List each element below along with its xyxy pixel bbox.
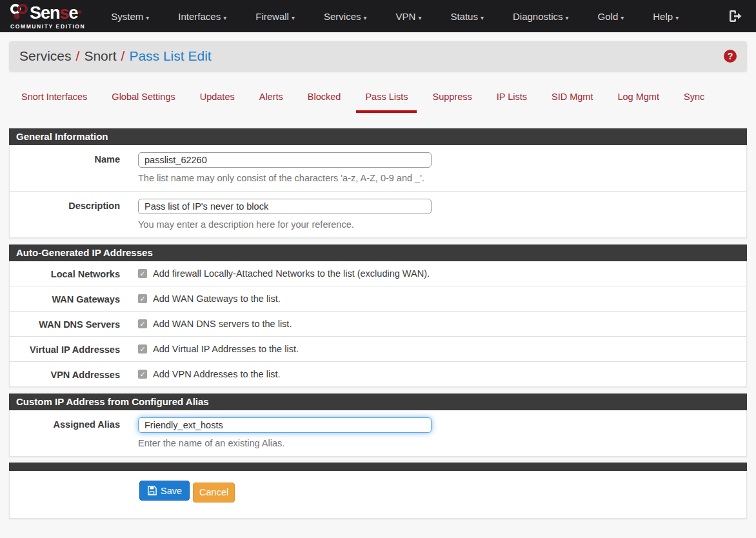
breadcrumb-separator: / bbox=[72, 48, 85, 63]
chevron-down-icon: ▾ bbox=[364, 14, 367, 21]
vpn-addresses-checkbox[interactable]: ✓ bbox=[138, 370, 147, 379]
description-label: Description bbox=[10, 192, 138, 237]
tab-ip-lists[interactable]: IP Lists bbox=[488, 85, 536, 113]
form-row-name: Name The list name may only consist of t… bbox=[10, 145, 746, 192]
name-help-text: The list name may only consist of the ch… bbox=[138, 173, 740, 183]
logout-icon[interactable] bbox=[728, 10, 742, 23]
wan-gateways-checkbox[interactable]: ✓ bbox=[138, 294, 147, 303]
chevron-down-icon: ▾ bbox=[146, 14, 149, 21]
local-networks-text: Add firewall Locally-Attached Networks t… bbox=[153, 268, 430, 279]
tab-blocked[interactable]: Blocked bbox=[299, 85, 350, 113]
form-row-virtual-ip-addresses: Virtual IP Addresses ✓ Add Virtual IP Ad… bbox=[10, 337, 746, 362]
tab-global-settings[interactable]: Global Settings bbox=[103, 85, 184, 113]
page: Sense® COMMUNITY EDITION System▾ Interfa… bbox=[0, 0, 756, 538]
nav-item-system[interactable]: System▾ bbox=[102, 1, 158, 32]
virtual-ip-addresses-label: Virtual IP Addresses bbox=[10, 337, 138, 361]
tab-sync[interactable]: Sync bbox=[675, 85, 713, 113]
assigned-alias-label: Assigned Alias bbox=[10, 410, 138, 456]
wan-gateways-label: WAN Gateways bbox=[10, 286, 138, 311]
vpn-addresses-text: Add VPN Addresses to the list. bbox=[153, 369, 280, 379]
footer-panel-heading bbox=[9, 463, 747, 471]
nav-item-diagnostics[interactable]: Diagnostics▾ bbox=[504, 1, 578, 32]
panel-custom-alias: Custom IP Address from Configured Alias … bbox=[9, 394, 747, 457]
nav-menu: System▾ Interfaces▾ Firewall▾ Services▾ … bbox=[102, 1, 728, 32]
form-actions: Save Cancel bbox=[9, 471, 747, 519]
virtual-ip-addresses-text: Add Virtual IP Addresses to the list. bbox=[153, 344, 299, 354]
assigned-alias-help-text: Enter the name of an existing Alias. bbox=[138, 438, 740, 448]
panel-title-auto-generated-ip: Auto-Generated IP Addresses bbox=[9, 244, 747, 261]
tab-sid-mgmt[interactable]: SID Mgmt bbox=[542, 85, 602, 113]
form-row-wan-dns-servers: WAN DNS Servers ✓ Add WAN DNS servers to… bbox=[10, 312, 746, 337]
cancel-button[interactable]: Cancel bbox=[193, 483, 235, 503]
chevron-down-icon: ▾ bbox=[223, 14, 226, 21]
chevron-down-icon: ▾ bbox=[566, 14, 569, 21]
top-navbar: Sense® COMMUNITY EDITION System▾ Interfa… bbox=[0, 0, 756, 32]
chevron-down-icon: ▾ bbox=[675, 14, 679, 21]
pfsense-logo[interactable]: Sense® COMMUNITY EDITION bbox=[9, 3, 85, 30]
tab-pass-lists[interactable]: Pass Lists bbox=[356, 85, 417, 113]
chevron-down-icon: ▾ bbox=[621, 14, 624, 21]
nav-item-status[interactable]: Status▾ bbox=[441, 1, 493, 32]
name-label: Name bbox=[10, 145, 138, 191]
nav-item-vpn[interactable]: VPN▾ bbox=[387, 1, 431, 32]
save-disk-icon bbox=[147, 486, 157, 495]
form-row-local-networks: Local Networks ✓ Add firewall Locally-At… bbox=[10, 261, 746, 286]
name-input[interactable] bbox=[138, 152, 432, 168]
nav-item-help[interactable]: Help▾ bbox=[644, 1, 688, 32]
panel-title-custom-alias: Custom IP Address from Configured Alias bbox=[9, 394, 747, 410]
tab-suppress[interactable]: Suppress bbox=[423, 85, 481, 113]
nav-item-gold[interactable]: Gold▾ bbox=[589, 1, 633, 32]
tab-log-mgmt[interactable]: Log Mgmt bbox=[608, 85, 668, 113]
virtual-ip-addresses-checkbox[interactable]: ✓ bbox=[138, 344, 147, 354]
brand-name: Sense® bbox=[30, 5, 81, 21]
tab-snort-interfaces[interactable]: Snort Interfaces bbox=[12, 85, 96, 113]
wan-gateways-text: Add WAN Gateways to the list. bbox=[153, 294, 281, 304]
chevron-down-icon: ▾ bbox=[292, 14, 295, 21]
nav-item-services[interactable]: Services▾ bbox=[315, 1, 376, 32]
brand-tagline: COMMUNITY EDITION bbox=[9, 23, 85, 30]
tab-bar: Snort Interfaces Global Settings Updates… bbox=[12, 85, 747, 113]
wan-dns-servers-label: WAN DNS Servers bbox=[10, 312, 138, 336]
panel-general-information: General Information Name The list name m… bbox=[9, 128, 747, 238]
form-row-vpn-addresses: VPN Addresses ✓ Add VPN Addresses to the… bbox=[10, 362, 746, 386]
form-row-description: Description You may enter a description … bbox=[10, 192, 746, 237]
wan-dns-servers-text: Add WAN DNS servers to the list. bbox=[153, 319, 292, 329]
nav-item-interfaces[interactable]: Interfaces▾ bbox=[169, 1, 235, 32]
pfsense-flower-icon bbox=[9, 3, 28, 23]
description-input[interactable] bbox=[138, 199, 432, 214]
form-row-wan-gateways: WAN Gateways ✓ Add WAN Gateways to the l… bbox=[10, 286, 746, 312]
chevron-down-icon: ▾ bbox=[418, 14, 421, 21]
breadcrumb-current-page: Pass List Edit bbox=[129, 48, 211, 63]
form-row-assigned-alias: Assigned Alias Enter the name of an exis… bbox=[10, 410, 746, 456]
tab-alerts[interactable]: Alerts bbox=[250, 85, 292, 113]
breadcrumb: Services/Snort/Pass List Edit bbox=[19, 48, 212, 64]
local-networks-checkbox[interactable]: ✓ bbox=[138, 269, 147, 278]
wan-dns-servers-checkbox[interactable]: ✓ bbox=[138, 319, 147, 328]
description-help-text: You may enter a description here for you… bbox=[138, 219, 740, 230]
local-networks-label: Local Networks bbox=[10, 261, 138, 286]
help-icon[interactable]: ? bbox=[724, 50, 737, 63]
breadcrumb-bar: Services/Snort/Pass List Edit ? bbox=[9, 41, 747, 72]
breadcrumb-snort[interactable]: Snort bbox=[84, 48, 116, 63]
vpn-addresses-label: VPN Addresses bbox=[10, 362, 138, 386]
chevron-down-icon: ▾ bbox=[481, 14, 484, 21]
panel-title-general-information: General Information bbox=[9, 128, 747, 145]
tab-updates[interactable]: Updates bbox=[191, 85, 244, 113]
assigned-alias-input[interactable] bbox=[138, 417, 432, 433]
save-button[interactable]: Save bbox=[139, 481, 190, 501]
panel-auto-generated-ip: Auto-Generated IP Addresses Local Networ… bbox=[9, 244, 747, 387]
breadcrumb-services[interactable]: Services bbox=[19, 48, 72, 63]
breadcrumb-separator: / bbox=[117, 48, 130, 63]
nav-item-firewall[interactable]: Firewall▾ bbox=[246, 1, 304, 32]
